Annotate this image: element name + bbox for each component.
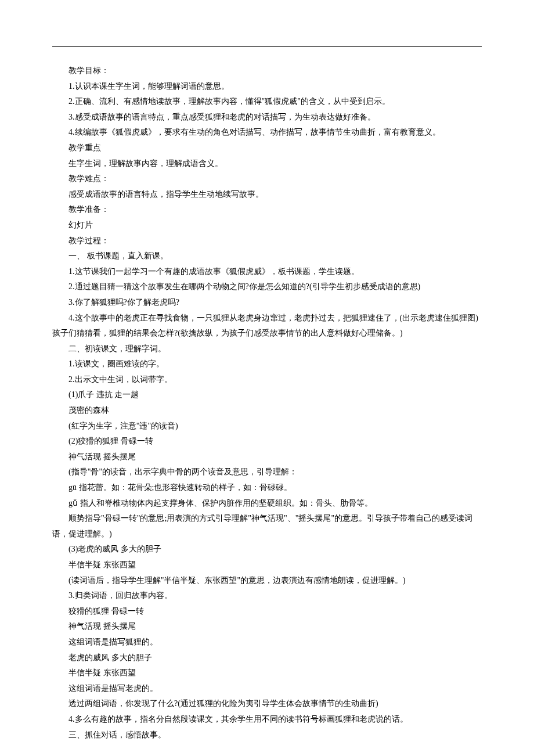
paragraph-line: 4.这个故事中的老虎正在寻找食物，一只狐狸从老虎身边窜过，老虎扑过去，把狐狸逮住… xyxy=(52,311,482,341)
paragraph-line: 教学过程： xyxy=(52,233,482,249)
paragraph-line: gǔ 指人和脊椎动物体内起支撑身体、保护内脏作用的坚硬组织。如：骨头、肋骨等。 xyxy=(52,496,482,512)
paragraph-line: 教学目标： xyxy=(52,63,482,79)
paragraph-line: 幻灯片 xyxy=(52,218,482,233)
paragraph-line: 1.这节课我们一起学习一个有趣的成语故事《狐假虎威》，板书课题，学生读题。 xyxy=(52,264,482,280)
paragraph-line: (红字为生字，注意"违"的读音) xyxy=(52,419,482,434)
paragraph-line: 半信半疑 东张西望 xyxy=(52,557,482,573)
paragraph-line: 教学重点 xyxy=(52,141,482,156)
paragraph-line: 老虎的威风 多大的胆子 xyxy=(52,650,482,666)
paragraph-line: 生字生词，理解故事内容，理解成语含义。 xyxy=(52,156,482,172)
paragraph-line: 4.续编故事《狐假虎威》，要求有生动的角色对话描写、动作描写，故事情节生动曲折，… xyxy=(52,125,482,141)
paragraph-line: 1.读课文，圈画难读的字。 xyxy=(52,357,482,372)
paragraph-line: 透过两组词语，你发现了什么?(通过狐狸的化险为夷引导学生体会故事情节的生动曲折) xyxy=(52,696,482,712)
paragraph-line: 茂密的森林 xyxy=(52,403,482,419)
paragraph-line: 狡猾的狐狸 骨碌一转 xyxy=(52,604,482,620)
paragraph-line: gū 指花蕾。如：花骨朵;也形容快速转动的样子，如：骨碌碌。 xyxy=(52,480,482,496)
paragraph-line: 教学难点： xyxy=(52,171,482,187)
paragraph-line: 这组词语是描写老虎的。 xyxy=(52,681,482,697)
paragraph-line: (2)狡猾的狐狸 骨碌一转 xyxy=(52,434,482,449)
paragraph-line: 4.多么有趣的故事，指名分自然段读课文，其余学生用不同的读书符号标画狐狸和老虎说… xyxy=(52,712,482,728)
paragraph-line: (1)爪子 违抗 走一趟 xyxy=(52,387,482,403)
paragraph-line: 半信半疑 东张西望 xyxy=(52,665,482,681)
paragraph-line: 3.归类词语，回归故事内容。 xyxy=(52,588,482,604)
paragraph-line: 感受成语故事的语言特点，指导学生生动地续写故事。 xyxy=(52,187,482,203)
paragraph-line: 神气活现 摇头摆尾 xyxy=(52,619,482,635)
paragraph-line: 3.感受成语故事的语言特点，重点感受狐狸和老虎的对话描写，为生动表达做好准备。 xyxy=(52,110,482,125)
paragraph-line: (指导"骨"的读音，出示字典中骨的两个读音及意思，引导理解： xyxy=(52,465,482,480)
document-page: 教学目标：1.认识本课生字生词，能够理解词语的意思。2.正确、流利、有感情地读故… xyxy=(0,0,534,756)
paragraph-line: 1.认识本课生字生词，能够理解词语的意思。 xyxy=(52,79,482,95)
paragraph-line: (读词语后，指导学生理解"半信半疑、东张西望"的意思，边表演边有感情地朗读，促进… xyxy=(52,573,482,589)
paragraph-line: 这组词语是描写狐狸的。 xyxy=(52,635,482,650)
paragraph-line: 三、抓住对话，感悟故事。 xyxy=(52,728,482,743)
paragraph-line: 3.你了解狐狸吗?你了解老虎吗? xyxy=(52,295,482,311)
paragraph-line: 一、 板书课题，直入新课。 xyxy=(52,249,482,264)
paragraph-line: 教学准备： xyxy=(52,202,482,218)
document-body: 教学目标：1.认识本课生字生词，能够理解词语的意思。2.正确、流利、有感情地读故… xyxy=(52,63,482,743)
paragraph-line: 神气活现 摇头摆尾 xyxy=(52,449,482,465)
paragraph-line: 2.出示文中生词，以词带字。 xyxy=(52,372,482,388)
paragraph-line: 顺势指导"骨碌一转"的意思;用表演的方式引导理解"神气活现"、"摇头摆尾"的意思… xyxy=(52,511,482,542)
paragraph-line: 二、初读课文，理解字词。 xyxy=(52,341,482,357)
paragraph-line: 2.通过题目猜一猜这个故事发生在哪两个动物之间?你是怎么知道的?(引导学生初步感… xyxy=(52,279,482,295)
paragraph-line: (3)老虎的威风 多大的胆子 xyxy=(52,542,482,557)
top-divider xyxy=(52,46,482,47)
paragraph-line: 2.正确、流利、有感情地读故事，理解故事内容，懂得"狐假虎威"的含义，从中受到启… xyxy=(52,94,482,110)
